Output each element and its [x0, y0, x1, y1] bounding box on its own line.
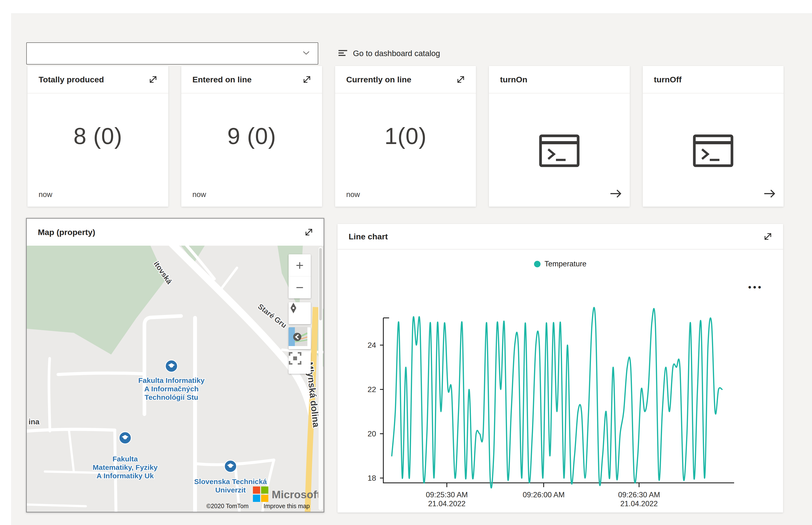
plus-icon: + — [296, 259, 304, 272]
kpi-timestamp: now — [346, 190, 360, 199]
tile-header: Currently on line — [335, 66, 476, 93]
run-command-arrow-button[interactable] — [763, 187, 776, 200]
y-axis-tick-label: 18 — [367, 474, 376, 482]
expand-icon[interactable] — [147, 74, 159, 85]
map-scrollbar[interactable] — [318, 246, 323, 511]
poi-label-line: A Informatiky Uk — [97, 472, 154, 480]
tile-currently-on-line: Currently on line 1(0) now — [335, 66, 476, 207]
tile-entered-on-line: Entered on line 9 (0) now — [181, 66, 322, 207]
y-axis-tick-label: 24 — [367, 341, 376, 349]
map-zoom-controls: + − — [289, 254, 311, 298]
compass-icon — [289, 302, 298, 314]
tile-title: turnOff — [654, 75, 774, 84]
kpi-value: 9 (0) — [181, 123, 322, 149]
university-poi-icon — [165, 360, 177, 372]
left-gutter — [0, 14, 11, 525]
tile-title: Totally produced — [39, 75, 147, 84]
go-to-dashboard-catalog-link[interactable]: Go to dashboard catalog — [338, 42, 440, 64]
y-axis-tick-label: 20 — [367, 430, 376, 438]
x-axis-tick-time: 09:25:30 AM — [426, 491, 468, 499]
temperature-series-line — [392, 308, 722, 488]
temperature-line-chart: 1820222409:25:30 AM21.04.202209:26:00 AM… — [337, 224, 783, 512]
university-poi-icon — [224, 460, 236, 472]
expand-icon[interactable] — [303, 227, 314, 238]
map-fullscreen-button[interactable] — [289, 352, 311, 374]
fullscreen-icon — [289, 352, 302, 365]
poi-label-line: Fakulta — [112, 455, 137, 463]
tile-map-property: Map (property) — [26, 218, 324, 512]
tile-title: Currently on line — [346, 75, 455, 84]
tile-title: turnOn — [500, 75, 620, 84]
terminal-icon — [693, 134, 734, 168]
poi-label-line: Matematiky, Fyziky — [92, 463, 158, 471]
poi-label-line: Univerzit — [215, 486, 246, 494]
minus-icon: − — [296, 281, 304, 294]
x-axis-tick-date: 21.04.2022 — [428, 499, 466, 508]
map-style-thumbnail-icon — [289, 327, 307, 346]
x-axis-tick-time: 09:26:30 AM — [618, 491, 660, 499]
poi-label-line: Slovenska Technická — [194, 478, 267, 485]
x-axis-tick-date: 21.04.2022 — [620, 499, 658, 508]
map-compass-button[interactable] — [289, 302, 311, 324]
poi-label-line: Fakulta Informatiky — [138, 376, 204, 384]
x-axis-tick-time: 09:26:00 AM — [523, 491, 565, 499]
chevron-down-icon — [303, 51, 309, 56]
catalog-list-icon — [338, 49, 348, 58]
tile-header: turnOff — [643, 66, 784, 93]
poi-label-line: Technológií Stu — [145, 393, 199, 401]
street-label: ina — [29, 418, 40, 426]
tile-header: Totally produced — [28, 66, 168, 93]
map-zoom-out-button[interactable]: − — [289, 276, 311, 298]
tile-turn-off-command: turnOff — [643, 66, 784, 207]
tile-title: Map (property) — [38, 228, 303, 237]
tile-line-chart: Line chart Temperature ••• 1820222409:25… — [337, 224, 783, 512]
kpi-value: 1(0) — [335, 123, 476, 149]
poi-label-line: A Informačných — [144, 385, 199, 393]
map-style-picker-button[interactable] — [289, 327, 311, 349]
kpi-value: 8 (0) — [28, 123, 168, 149]
y-axis-tick-label: 22 — [367, 385, 376, 394]
tile-header: Entered on line — [181, 66, 322, 93]
expand-icon[interactable] — [455, 74, 466, 85]
tile-title: Entered on line — [192, 75, 301, 84]
catalog-link-label: Go to dashboard catalog — [353, 49, 440, 58]
terminal-icon — [539, 134, 580, 168]
tile-totally-produced: Totally produced 8 (0) now — [28, 66, 168, 207]
map-zoom-in-button[interactable]: + — [289, 254, 311, 276]
microsoft-logo-text: Microsoft — [272, 489, 321, 501]
map-canvas[interactable]: itovskáStaré GruMlynská dolinaina Fakult… — [27, 246, 323, 512]
kpi-timestamp: now — [192, 190, 206, 199]
run-command-arrow-button[interactable] — [609, 187, 623, 200]
expand-icon[interactable] — [301, 74, 313, 85]
tile-header: Map (property) — [27, 219, 323, 246]
tile-turn-on-command: turnOn — [489, 66, 630, 207]
dashboard-select[interactable] — [26, 42, 318, 64]
map-copyright: ©2020 TomTom — [206, 502, 249, 509]
university-poi-icon — [119, 432, 131, 444]
tile-header: turnOn — [489, 66, 630, 93]
improve-map-link[interactable]: Improve this map — [263, 502, 310, 509]
kpi-timestamp: now — [39, 190, 52, 199]
